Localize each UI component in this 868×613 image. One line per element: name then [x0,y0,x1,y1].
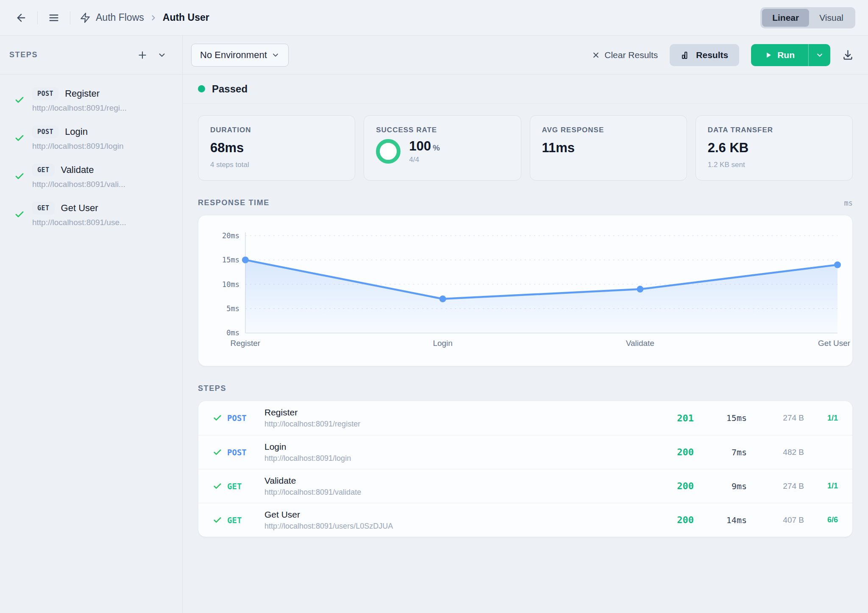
results-button[interactable]: Results [670,44,739,66]
toggle-linear-button[interactable]: Linear [762,9,809,27]
stat-value: 100% [409,139,440,154]
download-button[interactable] [842,49,854,61]
svg-text:5ms: 5ms [226,304,239,313]
collapse-steps-button[interactable] [153,47,170,64]
svg-text:Login: Login [433,339,452,348]
row-size: 274 B [747,413,804,423]
hamburger-menu-icon [48,12,60,24]
table-row-get-user[interactable]: GET Get User http://localhost:8091/users… [198,503,852,537]
plus-icon [137,50,148,61]
svg-text:Get User: Get User [818,339,850,348]
clear-results-button[interactable]: Clear Results [592,50,658,60]
environment-value: No Environment [200,50,267,61]
svg-text:20ms: 20ms [222,231,239,240]
check-icon [213,482,227,491]
stat-sub: 4/4 [409,156,440,164]
sidebar-title: STEPS [9,50,38,59]
stat-sub: 4 steps total [210,161,343,169]
duration-card: DURATION 68ms 4 steps total [198,115,355,181]
bar-chart-icon [681,50,691,60]
check-icon [213,448,227,457]
chevron-down-icon [815,51,824,59]
sidebar-step-get-user[interactable]: GET Get User http://localhost:8091/use..… [0,202,182,227]
stat-value: 11ms [542,140,675,156]
step-url: http://localhost:8091/regi... [32,103,127,113]
response-time-chart: 0ms5ms10ms15ms20msRegisterLoginValidateG… [198,215,852,366]
download-icon [842,49,854,61]
svg-text:15ms: 15ms [222,256,239,264]
svg-text:10ms: 10ms [222,280,239,289]
row-name: Register [264,407,656,418]
row-name: Login [264,442,656,452]
step-url: http://localhost:8091/login [32,142,124,151]
success-rate-card: SUCCESS RATE 100% 4/4 [364,115,521,181]
run-button[interactable]: Run [751,44,808,66]
table-row-login[interactable]: POST Login http://localhost:8091/login 2… [198,435,852,469]
sidebar-step-validate[interactable]: GET Validate http://localhost:8091/vali.… [0,164,182,189]
method-label: GET [227,515,264,525]
check-icon [213,413,227,423]
table-row-register[interactable]: POST Register http://localhost:8091/regi… [198,401,852,435]
breadcrumb-chevron-icon [149,14,158,22]
sidebar-step-register[interactable]: POST Register http://localhost:8091/regi… [0,87,182,113]
sidebar-step-login[interactable]: POST Login http://localhost:8091/login [0,125,182,151]
page-title: Auth User [163,12,209,23]
row-assertions: 1/1 [804,482,838,490]
response-time-header: RESPONSE TIME ms [198,198,853,207]
row-duration: 9ms [694,481,747,491]
environment-select[interactable]: No Environment [191,44,289,67]
row-url: http://localhost:8091/login [264,454,656,463]
status-dot-icon [198,85,205,92]
back-arrow-icon [15,12,27,24]
toggle-visual-button[interactable]: Visual [809,9,854,27]
chevron-down-icon [271,51,280,59]
stat-label: DURATION [210,126,343,134]
stat-label: SUCCESS RATE [376,126,509,134]
check-icon [14,209,25,220]
row-size: 274 B [747,482,804,491]
stat-label: AVG RESPONSE [542,126,675,134]
run-options-button[interactable] [808,44,830,66]
back-button[interactable] [13,9,30,26]
step-url: http://localhost:8091/use... [32,218,126,227]
success-rate-value: 100 [409,139,431,154]
status-code: 201 [656,413,694,424]
status-badge: Passed [212,83,248,95]
add-step-button[interactable] [134,47,151,64]
stat-value: 68ms [210,140,343,156]
app-window: Auth Flows Auth User Linear Visual STEPS [0,0,868,613]
stat-cards: DURATION 68ms 4 steps total SUCCESS RATE… [198,115,853,181]
svg-text:Register: Register [231,339,261,348]
results-label: Results [696,50,728,60]
step-name: Get User [61,203,98,214]
avg-response-card: AVG RESPONSE 11ms [530,115,687,181]
divider [37,11,38,24]
row-name: Get User [264,510,656,520]
menu-button[interactable] [45,9,62,26]
clear-results-label: Clear Results [604,50,658,60]
method-label: POST [227,448,264,457]
response-time-title: RESPONSE TIME [198,198,270,207]
breadcrumb-parent-link[interactable]: Auth Flows [96,12,144,23]
check-icon [14,133,25,143]
method-badge: GET [32,164,55,176]
toolbar: No Environment Clear Results [183,36,868,75]
row-duration: 14ms [694,515,747,525]
method-label: POST [227,413,264,423]
row-duration: 7ms [694,447,747,457]
chevron-down-icon [157,50,167,60]
step-name: Login [65,126,88,137]
results-content: DURATION 68ms 4 steps total SUCCESS RATE… [183,103,868,613]
close-icon [592,51,600,59]
method-label: GET [227,482,264,491]
run-status-row: Passed [183,75,868,103]
main-panel: No Environment Clear Results [183,36,868,613]
row-name: Validate [264,476,656,486]
data-transfer-card: DATA TRANSFER 2.6 KB 1.2 KB sent [696,115,853,181]
row-size: 482 B [747,448,804,457]
steps-table-title: STEPS [198,384,226,393]
play-icon [765,51,772,59]
check-icon [14,95,25,105]
table-row-validate[interactable]: GET Validate http://localhost:8091/valid… [198,469,852,503]
svg-text:0ms: 0ms [226,329,239,337]
